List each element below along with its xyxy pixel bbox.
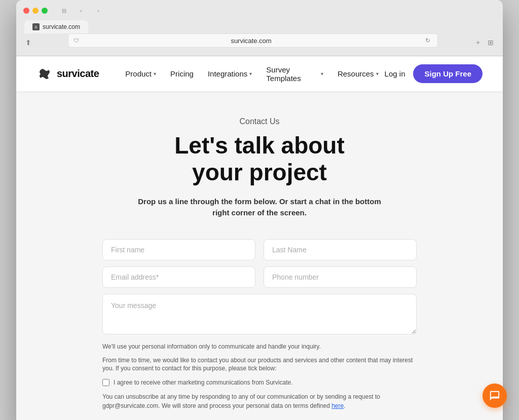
logo[interactable]: survicate bbox=[36, 66, 99, 82]
phone-field bbox=[264, 266, 417, 288]
checkbox-row: I agree to receive other marketing commu… bbox=[102, 379, 417, 386]
grid-icon[interactable]: ⊞ bbox=[486, 37, 496, 48]
nav-integrations-label: Integrations bbox=[208, 69, 247, 78]
nav-survey-templates[interactable]: Survey Templates ▾ bbox=[260, 61, 329, 87]
email-field bbox=[102, 266, 255, 288]
url-left-buttons: ⬆ bbox=[23, 37, 33, 48]
active-tab[interactable]: S survicate.com bbox=[24, 20, 88, 33]
browser-controls: ⊟ ‹ › bbox=[23, 5, 496, 16]
logo-text: survicate bbox=[57, 68, 99, 80]
chevron-down-icon: ▾ bbox=[154, 71, 156, 77]
email-input[interactable] bbox=[102, 266, 255, 288]
forward-button[interactable]: › bbox=[91, 5, 105, 16]
chevron-down-icon: ▾ bbox=[321, 71, 323, 77]
chevron-down-icon: ▾ bbox=[249, 71, 252, 77]
contact-row bbox=[102, 266, 417, 288]
url-bar-wrapper: ⬆ 🛡 survicate.com ↻ ＋ ⊞ bbox=[23, 33, 496, 56]
chat-button[interactable] bbox=[483, 384, 507, 408]
minimize-button[interactable] bbox=[32, 8, 39, 14]
sidebar-icon[interactable]: ⊟ bbox=[57, 5, 71, 16]
hero-title: Let's talk about your project bbox=[174, 132, 345, 186]
signup-button[interactable]: Sign Up Free bbox=[413, 64, 483, 83]
tab-favicon: S bbox=[32, 23, 40, 30]
close-button[interactable] bbox=[23, 8, 29, 14]
unsubscribe-text: You can unsubscribe at any time by respo… bbox=[102, 392, 417, 410]
url-text: survicate.com bbox=[83, 37, 419, 45]
marketing-checkbox[interactable] bbox=[102, 379, 109, 386]
refresh-icon[interactable]: ↻ bbox=[423, 36, 432, 45]
main-content: Contact Us Let's talk about your project… bbox=[16, 92, 503, 420]
last-name-input[interactable] bbox=[264, 239, 417, 260]
gdpr-link[interactable]: here bbox=[331, 402, 344, 409]
message-input[interactable] bbox=[102, 294, 417, 334]
url-right-buttons: ＋ ⊞ bbox=[472, 37, 496, 48]
new-tab-icon[interactable]: ＋ bbox=[472, 37, 484, 48]
nav-product[interactable]: Product ▾ bbox=[119, 65, 162, 82]
contact-form: We'll use your personal information only… bbox=[102, 239, 417, 410]
logo-icon bbox=[36, 66, 53, 82]
nav-product-label: Product bbox=[125, 69, 152, 78]
unsubscribe-text-part2: . bbox=[344, 402, 345, 409]
address-bar[interactable]: 🛡 survicate.com ↻ bbox=[68, 33, 438, 48]
name-row bbox=[102, 239, 417, 260]
nav-actions: Log in Sign Up Free bbox=[385, 64, 483, 83]
hero-title-line2: your project bbox=[192, 159, 327, 185]
nav-integrations[interactable]: Integrations ▾ bbox=[202, 65, 258, 82]
hero-subtitle: Drop us a line through the form below. O… bbox=[138, 196, 381, 219]
fullscreen-button[interactable] bbox=[42, 8, 48, 14]
browser-nav: ⊟ ‹ › bbox=[57, 5, 105, 16]
nav-pricing-label: Pricing bbox=[170, 69, 194, 78]
share-icon[interactable]: ⬆ bbox=[23, 37, 33, 48]
privacy-text: We'll use your personal information only… bbox=[102, 342, 417, 351]
nav-resources[interactable]: Resources ▾ bbox=[331, 65, 385, 82]
contact-label: Contact Us bbox=[239, 117, 279, 126]
chevron-down-icon: ▾ bbox=[376, 71, 379, 77]
nav-resources-label: Resources bbox=[338, 69, 374, 78]
hero-title-line1: Let's talk about bbox=[174, 132, 345, 159]
last-name-field bbox=[264, 239, 417, 260]
browser-chrome: ⊟ ‹ › S survicate.com ⬆ 🛡 survicate.com … bbox=[16, 0, 503, 56]
first-name-field bbox=[102, 239, 255, 260]
checkbox-label: I agree to receive other marketing commu… bbox=[114, 379, 292, 386]
nav-pricing[interactable]: Pricing bbox=[164, 65, 200, 82]
traffic-lights bbox=[23, 8, 48, 14]
back-button[interactable]: ‹ bbox=[74, 5, 88, 16]
tab-bar: S survicate.com bbox=[23, 20, 496, 33]
first-name-input[interactable] bbox=[102, 239, 255, 260]
browser-window: ⊟ ‹ › S survicate.com ⬆ 🛡 survicate.com … bbox=[16, 0, 503, 420]
consent-text: From time to time, we would like to cont… bbox=[102, 356, 417, 373]
nav-links: Product ▾ Pricing Integrations ▾ Survey … bbox=[119, 61, 384, 87]
website-content: survicate Product ▾ Pricing Integrations… bbox=[16, 56, 503, 420]
phone-input[interactable] bbox=[264, 266, 417, 288]
lock-icon: 🛡 bbox=[73, 37, 79, 44]
tab-title: survicate.com bbox=[43, 23, 80, 30]
login-button[interactable]: Log in bbox=[385, 69, 405, 78]
nav-survey-templates-label: Survey Templates bbox=[266, 65, 319, 83]
navbar: survicate Product ▾ Pricing Integrations… bbox=[16, 56, 503, 92]
